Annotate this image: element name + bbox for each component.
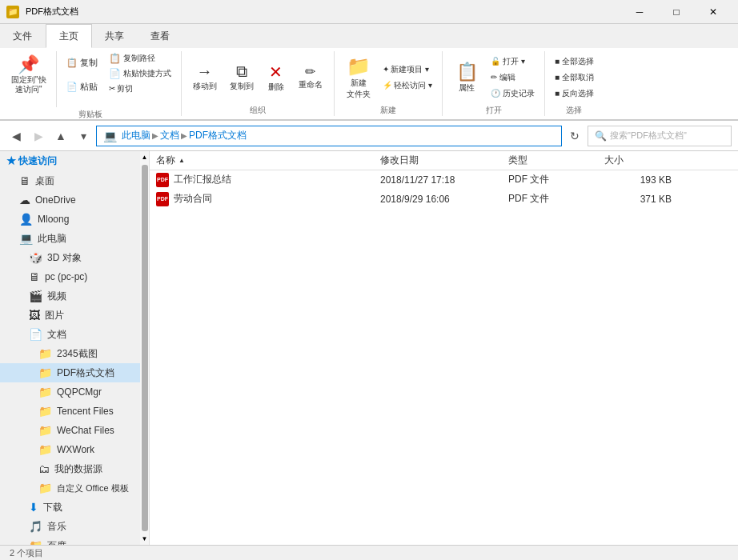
pin-button[interactable]: 📌 固定到"快 速访问" bbox=[6, 51, 51, 99]
title-bar-icons: 📁 PDF格式文档 bbox=[6, 6, 78, 18]
table-row[interactable]: PDF 劳动合同 2018/9/29 16:06 PDF 文件 371 KB bbox=[150, 190, 738, 209]
sidebar-item-video[interactable]: 🎬 视频 bbox=[0, 286, 140, 306]
recent-locations-button[interactable]: ▾ bbox=[74, 126, 93, 146]
sidebar-item-mydata[interactable]: 🗂 我的数据源 bbox=[0, 459, 140, 478]
video-icon: 🎬 bbox=[29, 290, 42, 302]
new-item-button[interactable]: ✦ 新建项目 ▾ bbox=[379, 62, 436, 77]
breadcrumb-thispc[interactable]: 此电脑 bbox=[122, 129, 150, 142]
search-box[interactable]: 🔍 搜索"PDF格式文档" bbox=[588, 126, 732, 146]
invert-selection-button[interactable]: ■ 反向选择 bbox=[551, 86, 597, 101]
col-header-type[interactable]: 类型 bbox=[502, 151, 598, 170]
maximize-button[interactable]: □ bbox=[658, 0, 695, 24]
sidebar-item-wxwork[interactable]: 📁 WXWork bbox=[0, 440, 140, 459]
sidebar-item-3d[interactable]: 🎲 3D 对象 bbox=[0, 248, 140, 267]
file-name-cell-1: PDF 工作汇报总结 bbox=[150, 173, 374, 187]
sidebar-item-thispc[interactable]: 💻 此电脑 bbox=[0, 229, 140, 248]
address-box[interactable]: 💻 此电脑 ▶ 文档 ▶ PDF格式文档 bbox=[96, 126, 562, 146]
col-header-size[interactable]: 大小 bbox=[598, 151, 678, 170]
open-label: 打开 bbox=[486, 105, 502, 116]
open-small-group: 🔓 打开 ▾ ✏ 编辑 🕐 历史记录 bbox=[487, 54, 538, 101]
copy-button[interactable]: 📋 复制 bbox=[62, 51, 102, 74]
move-to-button[interactable]: → 移动到 bbox=[188, 54, 222, 102]
sidebar-item-documents[interactable]: 📄 文档 bbox=[0, 325, 140, 344]
easy-access-button[interactable]: ⚡ 轻松访问 ▾ bbox=[379, 78, 436, 93]
status-item-count: 2 个项目 bbox=[10, 547, 43, 559]
minimize-button[interactable]: ─ bbox=[621, 0, 658, 24]
properties-button[interactable]: 📋 属性 bbox=[449, 54, 484, 102]
sidebar-scroll-track: ▲ ▼ bbox=[140, 151, 150, 545]
title-controls: ─ □ ✕ bbox=[621, 0, 732, 24]
folder-wxwork-icon: 📁 bbox=[38, 443, 52, 456]
tab-file[interactable]: 文件 bbox=[0, 24, 46, 48]
file-list-header: 名称 ▲ 修改日期 类型 大小 bbox=[150, 151, 738, 170]
back-button[interactable]: ◀ bbox=[6, 126, 26, 146]
delete-icon: ✕ bbox=[269, 62, 283, 82]
ribbon-group-select: ■ 全部选择 ■ 全部取消 ■ 反向选择 选择 bbox=[545, 51, 604, 116]
tab-view[interactable]: 查看 bbox=[138, 24, 183, 48]
ribbon-group-organize: → 移动到 ⧉ 复制到 ✕ 删除 ✏ 重命名 组织 bbox=[182, 51, 335, 116]
delete-button[interactable]: ✕ 删除 bbox=[262, 54, 291, 102]
rename-button[interactable]: ✏ 重命名 bbox=[294, 54, 327, 102]
copy-to-button[interactable]: ⧉ 复制到 bbox=[225, 54, 259, 102]
sort-arrow-name: ▲ bbox=[178, 157, 185, 164]
sidebar-item-2345[interactable]: 📁 2345截图 bbox=[0, 344, 140, 363]
clipboard-label: 剪贴板 bbox=[78, 109, 102, 120]
tab-share[interactable]: 共享 bbox=[92, 24, 138, 48]
file-type-2: PDF 文件 bbox=[502, 192, 598, 206]
sidebar-item-tencent[interactable]: 📁 Tencent Files bbox=[0, 402, 140, 421]
paste-shortcut-button[interactable]: 📄 粘贴快捷方式 bbox=[106, 66, 174, 81]
scroll-down-arrow[interactable]: ▼ bbox=[142, 533, 148, 545]
sidebar-item-music[interactable]: 🎵 音乐 bbox=[0, 517, 140, 536]
file-size-1: 193 KB bbox=[598, 174, 678, 186]
scroll-up-arrow[interactable]: ▲ bbox=[142, 151, 148, 163]
sidebar-item-onedrive[interactable]: ☁ OneDrive bbox=[0, 190, 140, 210]
copy-path-icon: 📋 bbox=[109, 53, 121, 64]
tab-home[interactable]: 主页 bbox=[46, 24, 92, 48]
cut-button[interactable]: ✂ 剪切 bbox=[106, 82, 174, 96]
sidebar-item-more[interactable]: 📁 百度... bbox=[0, 536, 140, 545]
download-icon: ⬇ bbox=[29, 501, 38, 514]
select-all-button[interactable]: ■ 全部选择 bbox=[551, 54, 597, 69]
move-to-icon: → bbox=[197, 62, 213, 81]
refresh-button[interactable]: ↻ bbox=[565, 126, 584, 146]
sidebar-item-pictures[interactable]: 🖼 图片 bbox=[0, 306, 140, 325]
new-small-group: ✦ 新建项目 ▾ ⚡ 轻松访问 ▾ bbox=[379, 62, 436, 93]
breadcrumb-documents[interactable]: 文档 bbox=[160, 129, 179, 142]
sidebar-item-pcpc[interactable]: 🖥 pc (pc-pc) bbox=[0, 267, 140, 286]
sidebar-item-desktop[interactable]: 🖥 桌面 bbox=[0, 171, 140, 190]
status-bar: 2 个项目 bbox=[0, 545, 738, 560]
breadcrumb-sep2: ▶ bbox=[181, 131, 187, 140]
forward-button[interactable]: ▶ bbox=[29, 126, 48, 146]
folder-tencent-icon: 📁 bbox=[38, 405, 52, 418]
breadcrumb-pdfdir[interactable]: PDF格式文档 bbox=[189, 129, 247, 142]
sidebar-item-downloads[interactable]: ⬇ 下载 bbox=[0, 498, 140, 517]
thispc-icon: 💻 bbox=[19, 232, 33, 245]
col-header-date[interactable]: 修改日期 bbox=[374, 151, 502, 170]
new-folder-button[interactable]: 📁 新建 文件夹 bbox=[341, 54, 376, 102]
edit-button[interactable]: ✏ 编辑 bbox=[487, 70, 538, 85]
pin-icon: 📌 bbox=[18, 56, 39, 74]
open-button[interactable]: 🔓 打开 ▾ bbox=[487, 54, 538, 69]
close-button[interactable]: ✕ bbox=[695, 0, 732, 24]
up-button[interactable]: ▲ bbox=[51, 126, 70, 146]
file-area: ▲ ▼ 名称 ▲ 修改日期 类型 大小 bbox=[140, 151, 738, 545]
sidebar-item-pdfdir[interactable]: 📁 PDF格式文档 bbox=[0, 363, 140, 382]
ribbon-content: 📌 固定到"快 速访问" 📋 复制 📄 粘贴 bbox=[0, 48, 738, 120]
sidebar-item-office[interactable]: 📁 自定义 Office 模板 bbox=[0, 478, 140, 498]
deselect-all-button[interactable]: ■ 全部取消 bbox=[551, 70, 597, 85]
paste-button[interactable]: 📄 粘贴 bbox=[62, 75, 102, 98]
sidebar-item-wechat[interactable]: 📁 WeChat Files bbox=[0, 421, 140, 440]
copy-path-button[interactable]: 📋 复制路径 bbox=[106, 51, 174, 66]
clipboard-small-group: 📋 复制路径 📄 粘贴快捷方式 ✂ 剪切 bbox=[106, 51, 174, 96]
quick-access-header[interactable]: ★ ★ 快速访问快速访问 bbox=[0, 151, 140, 171]
scroll-thumb[interactable] bbox=[142, 165, 148, 531]
col-header-name[interactable]: 名称 ▲ bbox=[150, 151, 374, 170]
history-button[interactable]: 🕐 历史记录 bbox=[487, 86, 538, 101]
desktop-icon: 🖥 bbox=[19, 174, 30, 187]
properties-icon: 📋 bbox=[456, 62, 478, 82]
select-label: 选择 bbox=[566, 105, 582, 116]
table-row[interactable]: PDF 工作汇报总结 2018/11/27 17:18 PDF 文件 193 K… bbox=[150, 170, 738, 190]
paste-icon: 📄 bbox=[66, 82, 78, 92]
sidebar-item-mloong[interactable]: 👤 Mloong bbox=[0, 210, 140, 229]
sidebar-item-qqpc[interactable]: 📁 QQPCMgr bbox=[0, 382, 140, 402]
